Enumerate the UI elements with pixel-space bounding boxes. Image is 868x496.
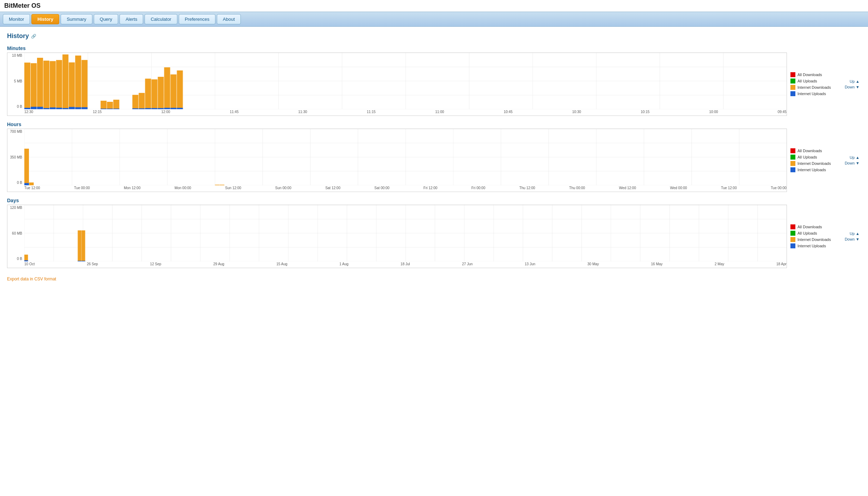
chart-up-button[interactable]: Up ▲ (850, 79, 860, 83)
legend-item: All Downloads (790, 224, 840, 229)
x-label: 16 May (651, 262, 663, 268)
chart-legend-days: All DownloadsAll UploadsInternet Downloa… (787, 205, 843, 268)
y-label: 0 B (17, 181, 22, 185)
section-title-hours: Hours (7, 122, 861, 127)
x-label: 12:30 (24, 110, 33, 116)
x-label: Sat 00:00 (374, 186, 390, 192)
chart-wrapper-hours: 700 MB350 MB0 BTue 12:00Tue 00:00Mon 12:… (7, 129, 787, 192)
chart-up-button[interactable]: Up ▲ (850, 231, 860, 236)
x-label: Mon 00:00 (175, 186, 191, 192)
nav-tab-history[interactable]: History (31, 14, 59, 24)
chart-down-button[interactable]: Down ▼ (845, 237, 860, 241)
x-label: 12 Sep (150, 262, 161, 268)
x-label: 10:30 (572, 110, 581, 116)
legend-item: Internet Uploads (790, 167, 840, 172)
legend-label: All Uploads (797, 231, 817, 235)
legend-label: All Downloads (797, 225, 822, 229)
chart-row-minutes: 10 MB5 MB0 B12:3012:1512:0011:4511:3011:… (7, 52, 861, 116)
legend-label: All Uploads (797, 79, 817, 83)
chart-canvas-minutes (24, 53, 787, 109)
y-label: 0 B (17, 105, 22, 108)
legend-swatch (790, 79, 795, 83)
x-label: 29 Aug (213, 262, 224, 268)
x-label: 2 May (715, 262, 724, 268)
charts-area: Minutes10 MB5 MB0 B12:3012:1512:0011:451… (7, 45, 861, 268)
x-label: Sun 12:00 (225, 186, 242, 192)
legend-label: All Downloads (797, 149, 822, 153)
x-label: Tue 00:00 (74, 186, 90, 192)
legend-item: All Uploads (790, 155, 840, 160)
legend-swatch (790, 91, 795, 96)
app-title: BitMeter OS (0, 0, 868, 12)
chart-wrapper-days: 120 MB60 MB0 B10 Oct26 Sep12 Sep29 Aug15… (7, 205, 787, 268)
x-label: 12:00 (161, 110, 170, 116)
chart-down-button[interactable]: Down ▼ (845, 161, 860, 165)
x-label: 10 Oct (24, 262, 35, 268)
page-title: History 🔗 (7, 32, 861, 40)
section-title-days: Days (7, 198, 861, 203)
x-label: 18 Jul (401, 262, 410, 268)
x-label: Tue 12:00 (24, 186, 40, 192)
chart-up-button[interactable]: Up ▲ (850, 155, 860, 160)
x-label: 10:15 (641, 110, 649, 116)
x-label: 30 May (587, 262, 599, 268)
x-label: 11:15 (367, 110, 375, 116)
chart-wrapper-minutes: 10 MB5 MB0 B12:3012:1512:0011:4511:3011:… (7, 52, 787, 116)
legend-label: Internet Uploads (797, 244, 826, 248)
chart-controls-hours: Up ▲Down ▼ (843, 129, 861, 192)
nav-tab-query[interactable]: Query (94, 14, 118, 24)
x-label: 26 Sep (87, 262, 98, 268)
x-label: Fri 00:00 (471, 186, 485, 192)
legend-item: All Downloads (790, 148, 840, 153)
legend-item: All Downloads (790, 72, 840, 77)
x-label: 15 Aug (276, 262, 287, 268)
legend-swatch (790, 85, 795, 90)
x-label: Mon 12:00 (124, 186, 140, 192)
x-label: Wed 00:00 (670, 186, 687, 192)
legend-item: Internet Downloads (790, 237, 840, 242)
export-csv-link[interactable]: Export data in CSV format (7, 277, 56, 281)
legend-label: Internet Downloads (797, 161, 831, 166)
help-icon[interactable]: 🔗 (31, 34, 36, 39)
nav-bar: MonitorHistorySummaryQueryAlertsCalculat… (0, 12, 868, 27)
y-label: 5 MB (14, 79, 22, 83)
legend-label: Internet Uploads (797, 92, 826, 96)
legend-label: All Downloads (797, 73, 822, 77)
legend-swatch (790, 148, 795, 153)
legend-item: All Uploads (790, 231, 840, 236)
x-label: Tue 00:00 (771, 186, 787, 192)
nav-tab-summary[interactable]: Summary (61, 14, 92, 24)
legend-label: Internet Uploads (797, 168, 826, 172)
legend-swatch (790, 237, 795, 242)
x-label: Sun 00:00 (275, 186, 292, 192)
chart-canvas-hours (24, 129, 787, 185)
x-label: 27 Jun (462, 262, 473, 268)
nav-tab-calculator[interactable]: Calculator (145, 14, 177, 24)
section-title-minutes: Minutes (7, 45, 861, 51)
x-label: Fri 12:00 (423, 186, 437, 192)
x-label: 11:30 (298, 110, 307, 116)
nav-tab-about[interactable]: About (217, 14, 241, 24)
chart-controls-minutes: Up ▲Down ▼ (843, 52, 861, 116)
legend-swatch (790, 155, 795, 160)
nav-tab-preferences[interactable]: Preferences (179, 14, 215, 24)
legend-label: Internet Downloads (797, 85, 831, 89)
legend-item: Internet Uploads (790, 91, 840, 96)
x-label: Tue 12:00 (721, 186, 737, 192)
x-label: 10:45 (504, 110, 513, 116)
legend-swatch (790, 167, 795, 172)
legend-swatch (790, 231, 795, 236)
legend-swatch (790, 224, 795, 229)
x-label: Sat 12:00 (325, 186, 341, 192)
y-label: 10 MB (12, 54, 22, 57)
nav-tab-monitor[interactable]: Monitor (3, 14, 30, 24)
y-label: 0 B (17, 257, 22, 261)
x-label: 1 Aug (340, 262, 349, 268)
nav-tab-alerts[interactable]: Alerts (120, 14, 143, 24)
legend-item: Internet Uploads (790, 243, 840, 248)
x-label: 12:15 (93, 110, 102, 116)
main-content: History 🔗 Minutes10 MB5 MB0 B12:3012:151… (0, 27, 868, 287)
chart-legend-hours: All DownloadsAll UploadsInternet Downloa… (787, 129, 843, 192)
chart-canvas-days (24, 205, 787, 261)
chart-down-button[interactable]: Down ▼ (845, 85, 860, 89)
